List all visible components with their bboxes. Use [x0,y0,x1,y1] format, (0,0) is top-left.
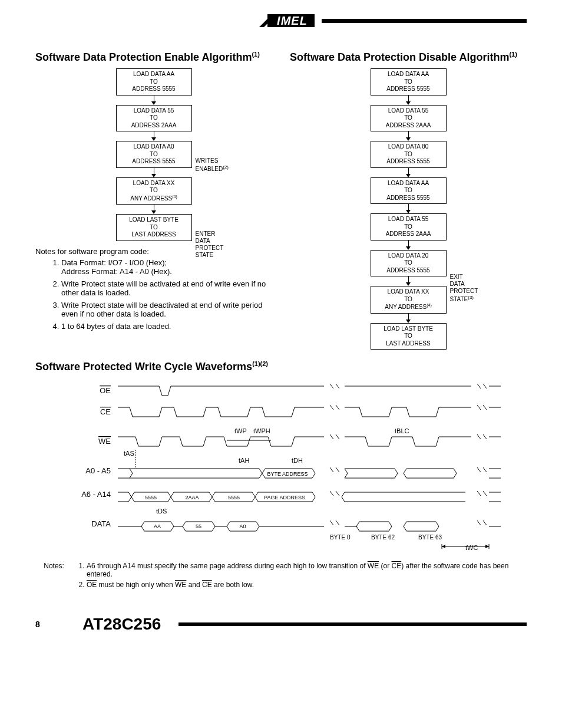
footer-rule [178,622,527,626]
svg-marker-22 [442,545,445,548]
flow-step: LOAD DATA XX TO ANY ADDRESS(4) [116,177,192,205]
svg-text:A0: A0 [239,523,246,529]
signal-we: WE [98,437,111,446]
svg-text:AA: AA [154,523,161,529]
svg-text:tDH: tDH [292,457,303,464]
enable-algorithm-column: Software Data Protection Enable Algorith… [35,47,272,350]
svg-text:BYTE 63: BYTE 63 [418,534,442,541]
flow-step: LOAD LAST BYTE TO LAST ADDRESS [116,214,192,241]
flow-step: LOAD DATA AA TO ADDRESS 5555 [371,68,447,95]
svg-marker-23 [485,545,489,548]
svg-text:tWC: tWC [465,544,478,551]
flow-step: LOAD DATA XX TO ANY ADDRESS(4) [371,286,447,314]
svg-text:BYTE 62: BYTE 62 [371,534,395,541]
note-item: Data Format: I/O7 - I/O0 (Hex); Address … [61,258,272,276]
flow-step: LOAD DATA 55 TO ADDRESS 2AAA [371,105,447,132]
note-item: Write Protect state will be activated at… [61,279,272,297]
flow-step: LOAD DATA AA TO ADDRESS 5555 [116,68,192,95]
waveform-diagram: OE CE WE A0 - A5 A6 - A14 DATA [77,379,501,556]
disable-title: Software Data Protection Disable Algorit… [290,51,527,64]
enable-flowchart: LOAD DATA AA TO ADDRESS 5555 LOAD DATA 5… [35,68,272,241]
waveform-notes: Notes: A6 through A14 must specify the s… [35,562,527,591]
signal-a6a14: A6 - A14 [81,490,111,499]
page-header: IMEL [35,12,527,29]
svg-text:IMEL: IMEL [277,14,308,27]
flow-step: LOAD DATA 80 TO ADDRESS 5555 [371,141,447,168]
notes-header: Notes for software program code: [35,247,272,256]
svg-text:PAGE ADDRESS: PAGE ADDRESS [264,495,305,500]
svg-text:tBLC: tBLC [395,427,409,434]
waveform-section: Software Protected Write Cycle Waveforms… [35,360,527,591]
wf-note-item: A6 through A14 must specify the same pag… [87,562,527,578]
svg-text:BYTE 0: BYTE 0 [330,534,351,541]
svg-text:BYTE ADDRESS: BYTE ADDRESS [267,471,308,477]
enter-protect-label: ENTER DATA PROTECT STATE [196,230,224,259]
disable-algorithm-column: Software Data Protection Disable Algorit… [290,47,527,350]
atmel-logo: IMEL [259,12,318,29]
signal-data: DATA [91,519,111,528]
svg-text:tAS: tAS [124,450,134,457]
note-item: Write Protect state will be deactivated … [61,301,272,318]
svg-text:tWPH: tWPH [253,427,270,434]
note-item: 1 to 64 bytes of data are loaded. [61,322,272,331]
svg-text:5555: 5555 [145,495,157,500]
notes-label: Notes: [35,562,64,591]
part-number: AT28C256 [82,615,161,634]
svg-text:tAH: tAH [239,457,249,464]
signal-ce: CE [100,407,111,416]
signal-oe: OE [100,386,111,395]
flow-step: LOAD DATA 20 TO ADDRESS 5555 [371,250,447,277]
svg-text:5555: 5555 [228,495,240,500]
waveform-title: Software Protected Write Cycle Waveforms… [35,360,527,373]
enable-title: Software Data Protection Enable Algorith… [35,51,272,64]
header-rule [322,19,527,23]
svg-text:tWP: tWP [234,427,247,434]
svg-text:2AAA: 2AAA [185,495,199,500]
wf-note-item: OE must be high only when WE and CE are … [87,581,527,589]
disable-flowchart: LOAD DATA AA TO ADDRESS 5555 LOAD DATA 5… [290,68,527,350]
page-number: 8 [35,620,71,629]
svg-text:tDS: tDS [156,508,167,515]
flow-step: LOAD DATA AA TO ADDRESS 5555 [371,177,447,205]
flow-step: LOAD DATA 55 TO ADDRESS 2AAA [371,213,447,241]
svg-text:55: 55 [196,523,201,529]
writes-enabled-label: WRITES ENABLED(2) [196,157,229,173]
page-footer: 8 AT28C256 [35,615,527,634]
flow-step: LOAD LAST BYTE TO LAST ADDRESS [371,323,447,350]
flow-step: LOAD DATA A0 TO ADDRESS 5555 [116,141,192,168]
signal-a0a5: A0 - A5 [85,466,111,475]
exit-protect-label: EXIT DATA PROTECT STATE(3) [450,266,478,303]
software-notes: Notes for software program code: Data Fo… [35,247,272,331]
flow-step: LOAD DATA 55 TO ADDRESS 2AAA [116,105,192,132]
